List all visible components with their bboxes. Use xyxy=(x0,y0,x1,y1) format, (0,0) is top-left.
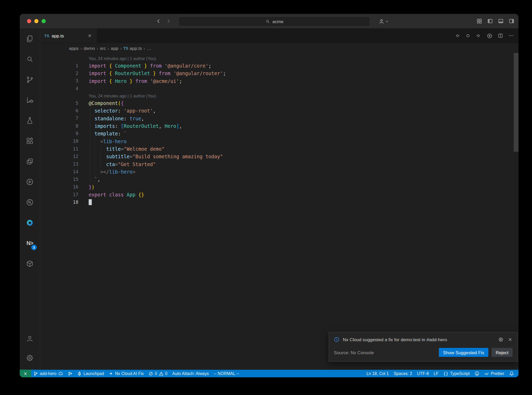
sidebar-item-extensions[interactable] xyxy=(20,131,40,151)
settings-button[interactable] xyxy=(20,348,40,368)
feedback-item[interactable] xyxy=(472,370,482,377)
breadcrumb-item[interactable]: src xyxy=(100,45,106,51)
status-bar: add-hero Launchpad Nx Clou xyxy=(20,370,518,377)
remote-indicator[interactable] xyxy=(20,370,31,377)
git-blame-annotation: You, 24 minutes ago | 1 author (You) xyxy=(40,93,518,100)
testing-beaker-icon xyxy=(26,116,34,124)
breadcrumb-item-symbol[interactable]: … xyxy=(147,45,151,51)
notification-toast: Nx Cloud suggested a fix for demo:test i… xyxy=(329,332,518,362)
navigate-back-icon[interactable] xyxy=(454,33,460,38)
scrollbar-thumb[interactable] xyxy=(514,53,518,152)
customize-layout-icon[interactable] xyxy=(477,18,482,24)
reject-button[interactable]: Reject xyxy=(491,348,513,357)
tab-label: app.ts xyxy=(52,33,64,38)
toggle-primary-sidebar-icon[interactable] xyxy=(487,18,493,24)
minimize-window-button[interactable] xyxy=(34,19,38,23)
indentation-item[interactable]: Spaces: 2 xyxy=(391,370,415,377)
branch-item[interactable]: add-hero xyxy=(31,370,65,377)
nx-badge: 3 xyxy=(31,245,37,250)
auto-attach-item[interactable]: Auto Attach: Always xyxy=(170,370,211,377)
close-tab-icon[interactable] xyxy=(87,33,92,38)
formatter-item[interactable]: Prettier xyxy=(482,370,507,377)
more-actions-icon[interactable] xyxy=(508,33,514,38)
code-line: 17export class App {} xyxy=(40,191,518,199)
sidebar-item-layers[interactable] xyxy=(20,151,40,172)
sparkle-icon xyxy=(109,371,113,376)
navigate-back-icon[interactable] xyxy=(156,18,161,24)
code-line: 13 cta="Get Started" xyxy=(40,160,518,168)
files-icon xyxy=(26,35,34,43)
language-mode-item[interactable]: {} TypeScript xyxy=(441,370,472,377)
notification-settings-gear-icon[interactable] xyxy=(498,337,503,342)
sidebar-item-nx-console[interactable]: N> 3 xyxy=(20,233,40,253)
navigate-forward-icon[interactable] xyxy=(166,18,171,24)
editor-tab-bar: TS app.ts xyxy=(40,28,518,43)
problems-item[interactable]: 0 0 xyxy=(146,370,170,377)
code-line: 11 title="Welcmoe demo" xyxy=(40,145,518,153)
circle-icon[interactable] xyxy=(465,33,471,38)
run-circle-icon[interactable] xyxy=(487,33,493,39)
smiley-icon xyxy=(475,371,480,376)
notifications-item[interactable] xyxy=(507,370,516,377)
sidebar-item-explorer[interactable] xyxy=(20,28,40,49)
sidebar-item-testing[interactable] xyxy=(20,110,40,131)
typescript-file-icon: TS xyxy=(44,34,49,38)
code-line: 2import { RouterOutlet } from '@angular/… xyxy=(40,70,518,77)
command-center-search[interactable]: acme xyxy=(178,16,370,27)
editor[interactable]: You, 24 minutes ago | 1 author (You)1imp… xyxy=(40,53,518,370)
code-line: 6 selector: 'app-root', xyxy=(40,107,518,115)
search-circle-icon xyxy=(26,198,34,206)
cloud-sync-icon xyxy=(58,371,63,376)
window-controls xyxy=(27,19,46,23)
accounts-button[interactable] xyxy=(20,329,40,348)
account-icon xyxy=(378,18,384,24)
launchpad-label: Launchpad xyxy=(83,371,104,376)
warning-count: 0 xyxy=(165,371,168,376)
sidebar-item-search[interactable] xyxy=(20,49,40,69)
nx-cloud-ai-fix-label: Nx Cloud AI Fix xyxy=(115,371,144,376)
toggle-panel-icon[interactable] xyxy=(498,18,503,24)
sidebar-item-source-control[interactable] xyxy=(20,69,40,90)
nx-cloud-ai-fix-item[interactable]: Nx Cloud AI Fix xyxy=(107,370,146,377)
sidebar-item-run-panel[interactable] xyxy=(20,172,40,192)
toggle-secondary-sidebar-icon[interactable] xyxy=(509,18,514,24)
code-line: 9 template: ` xyxy=(40,130,518,137)
chevron-right-icon: › xyxy=(120,45,122,51)
navigate-forward-icon[interactable] xyxy=(476,33,481,38)
encoding-item[interactable]: UTF-8 xyxy=(415,370,431,377)
eol-item[interactable]: LF xyxy=(431,370,441,377)
close-window-button[interactable] xyxy=(27,19,31,23)
cursor-position-item[interactable]: Ln 18, Col 1 xyxy=(364,370,391,377)
code-line: 18 xyxy=(40,199,518,206)
search-icon xyxy=(265,19,270,24)
notification-source: Source: Nx Console xyxy=(334,350,374,355)
tab-app-ts[interactable]: TS app.ts xyxy=(40,28,97,43)
teal-logo-icon xyxy=(26,219,34,227)
launchpad-item[interactable]: Launchpad xyxy=(75,370,107,377)
indent-guide xyxy=(90,107,90,183)
breadcrumb-item-file[interactable]: TS app.ts xyxy=(123,45,142,51)
sidebar-item-extension-logo[interactable] xyxy=(20,212,40,233)
close-icon[interactable] xyxy=(508,337,513,342)
breadcrumb-item[interactable]: demo xyxy=(84,45,95,51)
sidebar-item-run-debug[interactable] xyxy=(20,90,40,110)
chevron-right-icon: › xyxy=(108,45,109,51)
split-editor-icon[interactable] xyxy=(498,33,503,38)
sidebar-item-package-explorer[interactable] xyxy=(20,253,40,274)
search-value: acme xyxy=(272,19,283,24)
error-count: 0 xyxy=(155,371,157,376)
rocket-icon xyxy=(77,371,82,376)
code-line: 7 standalone: true, xyxy=(40,115,518,122)
commit-graph-item[interactable] xyxy=(65,370,75,377)
notification-title: Nx Cloud suggested a fix for demo:test i… xyxy=(343,337,495,342)
show-suggested-fix-button[interactable]: Show Suggested Fix xyxy=(439,348,488,357)
maximize-window-button[interactable] xyxy=(42,19,46,23)
accounts-menu[interactable] xyxy=(378,14,389,28)
vim-mode-item[interactable]: -- NORMAL -- xyxy=(211,370,242,377)
breadcrumb-item[interactable]: apps xyxy=(69,45,79,51)
commit-graph-icon xyxy=(68,371,72,376)
breadcrumb-item[interactable]: app xyxy=(111,45,118,51)
editor-scrollbar[interactable] xyxy=(514,53,518,370)
indent-guide xyxy=(95,137,95,183)
sidebar-item-code-search[interactable] xyxy=(20,192,40,213)
